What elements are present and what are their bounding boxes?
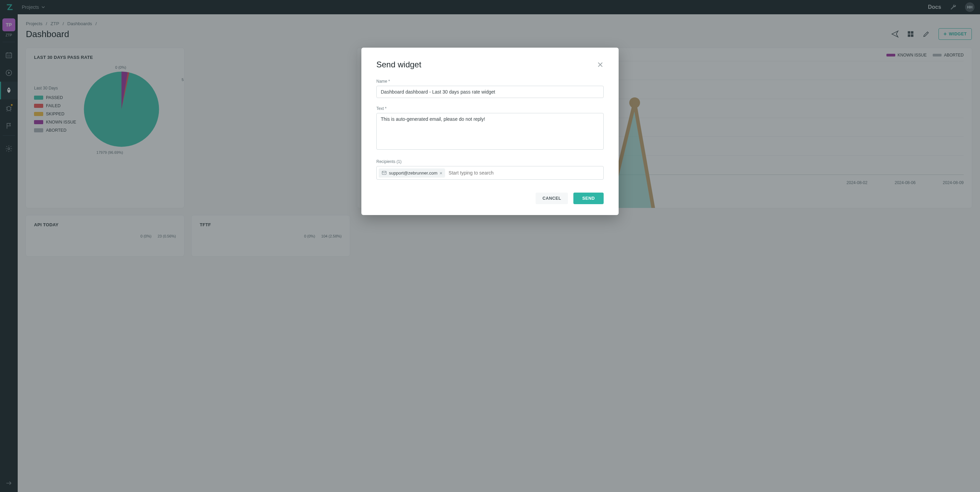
modal-mask: Send widget Name * Text * Recipients (1)…: [0, 0, 980, 492]
recipients-label: Recipients (1): [376, 159, 604, 164]
text-label: Text *: [376, 106, 604, 111]
modal-title: Send widget: [376, 60, 597, 69]
svg-rect-23: [382, 171, 386, 174]
remove-chip-icon[interactable]: ×: [440, 170, 443, 176]
send-button[interactable]: SEND: [573, 193, 604, 204]
mail-icon: [382, 170, 387, 175]
recipient-chip-label: support@zebrunner.com: [389, 170, 438, 175]
name-input[interactable]: [376, 86, 604, 98]
text-input[interactable]: [376, 113, 604, 150]
close-icon[interactable]: [597, 61, 604, 68]
send-widget-modal: Send widget Name * Text * Recipients (1)…: [361, 48, 619, 215]
cancel-button[interactable]: CANCEL: [536, 193, 568, 204]
recipient-chip: support@zebrunner.com ×: [379, 169, 445, 178]
name-label: Name *: [376, 79, 604, 84]
recipients-search-input[interactable]: [447, 168, 601, 178]
recipients-input[interactable]: support@zebrunner.com ×: [376, 166, 604, 180]
